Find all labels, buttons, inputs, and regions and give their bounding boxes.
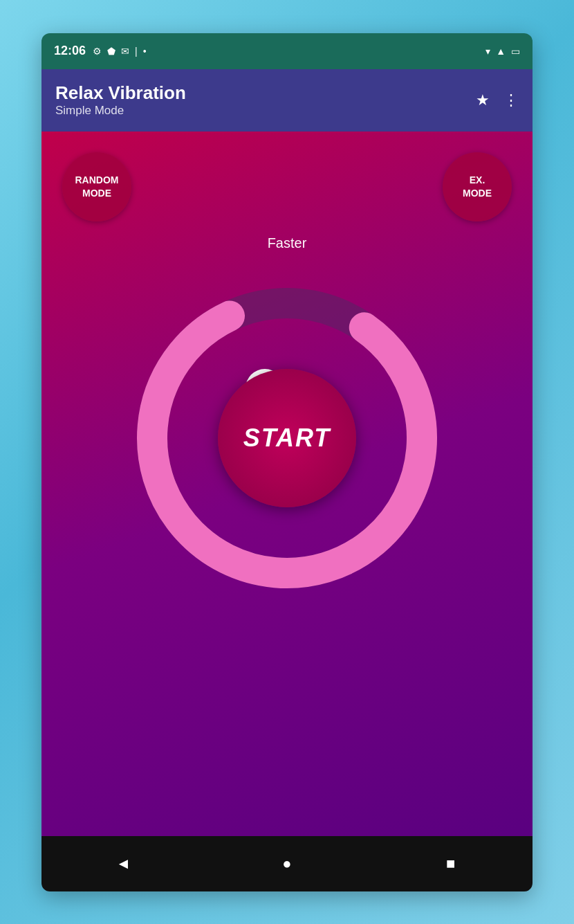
favorite-button[interactable]: ★ [476,91,490,109]
home-button[interactable]: ● [266,843,308,885]
signal-icon: | [135,46,138,57]
mail-icon: ✉ [121,46,129,57]
app-bar-actions: ★ ⋮ [476,91,519,109]
dial-container[interactable]: START [114,265,460,611]
mode-buttons-row: RANDOMMODE EX.MODE [55,145,519,221]
battery-icon: ▭ [511,46,520,57]
main-content: RANDOMMODE EX.MODE Faster [41,132,533,836]
phone-frame: 12:06 ⚙ ⬟ ✉ | • ▾ ▲ ▭ Relax Vibration Si… [41,33,533,891]
status-time: 12:06 [54,44,86,58]
app-bar: Relax Vibration Simple Mode ★ ⋮ [41,69,533,132]
app-subtitle: Simple Mode [55,104,186,118]
status-icons: ⚙ ⬟ ✉ | • [93,46,147,57]
random-mode-label: RANDOMMODE [75,174,119,199]
status-bar: 12:06 ⚙ ⬟ ✉ | • ▾ ▲ ▭ [41,33,533,69]
shield-icon: ⬟ [107,46,115,57]
faster-label: Faster [268,235,307,251]
more-options-button[interactable]: ⋮ [503,91,519,109]
back-button[interactable]: ◄ [102,843,144,885]
wifi-icon: ▾ [485,46,490,57]
recents-button[interactable]: ■ [430,843,472,885]
ex-mode-button[interactable]: EX.MODE [443,152,512,221]
dot-icon: • [143,46,147,57]
settings-icon: ⚙ [93,46,102,57]
start-button[interactable]: START [218,369,356,507]
status-left: 12:06 ⚙ ⬟ ✉ | • [54,44,147,58]
status-right: ▾ ▲ ▭ [485,46,520,57]
app-title: Relax Vibration [55,82,186,104]
random-mode-button[interactable]: RANDOMMODE [62,152,131,221]
ex-mode-label: EX.MODE [463,174,492,199]
network-icon: ▲ [496,46,506,57]
nav-bar: ◄ ● ■ [41,836,533,891]
app-bar-title-area: Relax Vibration Simple Mode [55,82,186,118]
